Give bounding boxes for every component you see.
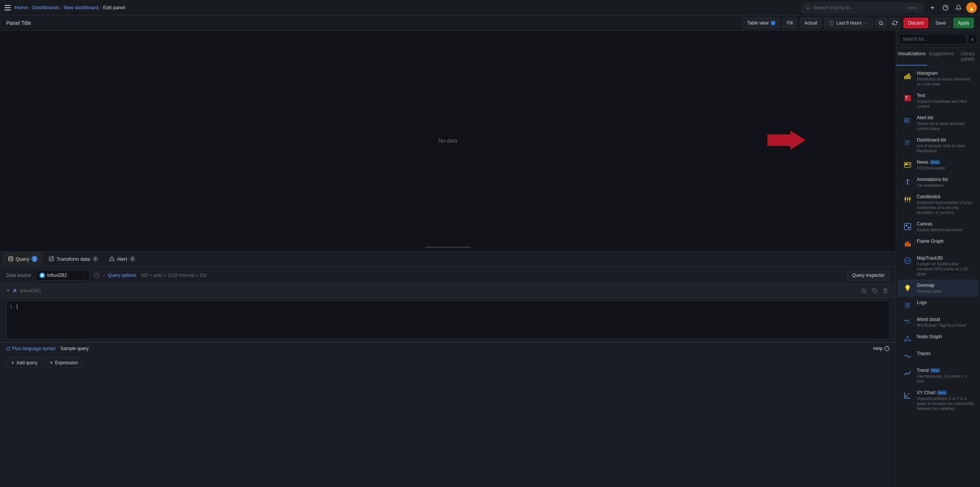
breadcrumb-dashboards[interactable]: Dashboards — [32, 5, 59, 10]
viz-item-traces[interactable]: Traces — [898, 348, 978, 365]
svg-rect-32 — [905, 163, 908, 165]
discard-button[interactable]: Discard — [903, 18, 928, 28]
tab-alert[interactable]: Alert 0 — [105, 253, 140, 265]
add-expression-button[interactable]: Expression — [45, 357, 82, 368]
table-view-toggle[interactable]: Table view — [743, 18, 780, 28]
tab-suggestions[interactable]: Suggestions — [927, 48, 955, 66]
beta-badge: Beta — [930, 368, 941, 373]
ds-info-icon[interactable] — [93, 271, 100, 279]
datasource-select[interactable]: InfluxDB2 — [36, 270, 90, 281]
external-link-icon — [6, 346, 11, 351]
viz-item-node-graph[interactable]: Node Graph — [898, 331, 978, 348]
viz-item-maptrack3d[interactable]: MapTrack3DA plugin for Grafana that visu… — [898, 252, 978, 280]
influx-icon — [39, 273, 45, 278]
svg-rect-44 — [905, 224, 911, 230]
svg-rect-46 — [908, 227, 910, 229]
viz-name: Word cloud — [917, 317, 940, 322]
sample-query-btn[interactable]: Sample query — [59, 346, 90, 351]
collapse-btn[interactable]: ▼ — [6, 288, 10, 293]
viz-item-word-cloud[interactable]: wordcloudtagWord cloudWordCloud / TagClo… — [898, 314, 978, 331]
viz-desc: Explicit element placement — [917, 227, 974, 232]
viz-icon-annotations — [902, 177, 913, 188]
viz-icon-news — [902, 160, 913, 170]
add-query-label: Add query — [16, 360, 38, 365]
viz-item-logs[interactable]: Logs — [898, 297, 978, 314]
svg-point-54 — [907, 286, 908, 288]
zoom-out-button[interactable] — [876, 18, 887, 28]
viz-search-input[interactable] — [899, 34, 966, 44]
svg-rect-55 — [905, 302, 911, 309]
cursor-line: 1 — [10, 304, 886, 309]
viz-icon-canvas — [902, 221, 913, 232]
apply-button[interactable]: Apply — [953, 18, 974, 28]
search-placeholder: Search or jump to... — [813, 5, 854, 10]
add-query-row: Add query Expression — [0, 354, 896, 371]
svg-rect-41 — [907, 198, 908, 200]
plus-icon[interactable] — [927, 2, 938, 13]
time-range-picker[interactable]: Last 6 hours — [824, 18, 873, 28]
tab-transform-label: Transform data — [56, 256, 90, 262]
help-icon[interactable] — [940, 2, 951, 13]
svg-rect-17 — [910, 75, 911, 79]
viz-icon-flame — [902, 239, 913, 249]
viz-item-candlestick[interactable]: CandlestickGraphical representation of p… — [898, 191, 978, 218]
refresh-button[interactable] — [890, 18, 900, 28]
viz-name: News — [917, 160, 928, 165]
viz-name: Candlestick — [917, 194, 941, 199]
query-delete-icon[interactable] — [881, 286, 890, 295]
viz-item-text[interactable]: TTextSupports markdown and html content — [898, 90, 978, 112]
menu-icon[interactable] — [3, 3, 12, 12]
svg-rect-14 — [905, 76, 906, 79]
viz-item-xy-chart[interactable]: XY ChartBetaSupports arbitrary X vs Y in… — [898, 387, 978, 414]
viz-name: Canvas — [917, 221, 932, 227]
scroll-indicator — [425, 247, 471, 248]
viz-item-histogram[interactable]: HistogramDistribution of values presente… — [898, 67, 978, 90]
search-shortcut: ctrl+k — [904, 4, 920, 11]
bell-icon[interactable] — [953, 2, 964, 13]
viz-search-area: ‹ — [896, 31, 980, 48]
viz-item-flame-graph[interactable]: Flame Graph — [898, 235, 978, 252]
panel-header: Panel Title Table view Fill Actual Last … — [0, 15, 980, 31]
query-icon — [8, 256, 13, 262]
no-data-text: No data — [438, 138, 457, 144]
save-button[interactable]: Save — [931, 18, 951, 28]
tab-transform[interactable]: Transform data 0 — [44, 253, 103, 265]
tab-query[interactable]: Query 1 — [3, 253, 43, 265]
global-search[interactable]: Search or jump to... ctrl+k — [801, 2, 924, 13]
cursor — [17, 304, 17, 309]
tab-visualizations[interactable]: Visualizations — [896, 48, 927, 66]
viz-desc: A plugin for Grafana that visualizes GPS… — [917, 262, 974, 276]
query-copy-icon[interactable] — [870, 286, 879, 295]
query-meta: MD = auto = 2128 Interval = 10s — [141, 273, 207, 278]
viz-icon-dashboard-list — [902, 137, 913, 148]
chevron-down-ds — [82, 273, 86, 277]
svg-point-24 — [904, 118, 905, 120]
tab-library-panels[interactable]: Library panels — [955, 48, 980, 66]
arrow-annotation — [767, 131, 806, 151]
breadcrumb-new-dashboard[interactable]: New dashboard — [64, 5, 98, 10]
flux-link[interactable]: Flux language syntax — [6, 346, 56, 351]
viz-icon-traces — [902, 351, 913, 362]
user-avatar[interactable]: 🔥 — [966, 2, 977, 13]
viz-item-alert-list[interactable]: Alert listShows list of alerts and their… — [898, 112, 978, 134]
add-query-button[interactable]: Add query — [6, 357, 42, 368]
viz-item-news[interactable]: NewsBetaRSS feed reader — [898, 156, 978, 174]
breadcrumb-home[interactable]: Home — [15, 5, 28, 10]
fill-button[interactable]: Fill — [783, 18, 797, 28]
query-editor-box[interactable]: 1 — [6, 301, 890, 339]
viz-item-geomap[interactable]: GeomapGeomap panel — [898, 280, 978, 297]
help-label: Help — [873, 346, 883, 351]
help-btn[interactable]: Help — [873, 346, 890, 351]
expand-panel-btn[interactable]: ‹ — [968, 34, 977, 44]
query-hide-icon[interactable] — [860, 286, 868, 295]
svg-text:tag: tag — [905, 323, 907, 325]
query-options-link[interactable]: Query options — [108, 273, 136, 278]
query-inspector-button[interactable]: Query inspector — [847, 270, 890, 281]
viz-item-dashboard-list[interactable]: Dashboard listList of dynamic links to o… — [898, 134, 978, 156]
viz-item-annotations-list[interactable]: Annotations listList annotations — [898, 174, 978, 191]
viz-item-canvas[interactable]: CanvasExplicit element placement — [898, 218, 978, 235]
viz-item-trend[interactable]: TrendBetaLike timeseries, but when x != … — [898, 365, 978, 387]
right-panel: ‹ Visualizations Suggestions Library pan… — [896, 31, 980, 487]
viz-icon-node-graph — [902, 334, 913, 345]
actual-button[interactable]: Actual — [800, 18, 821, 28]
